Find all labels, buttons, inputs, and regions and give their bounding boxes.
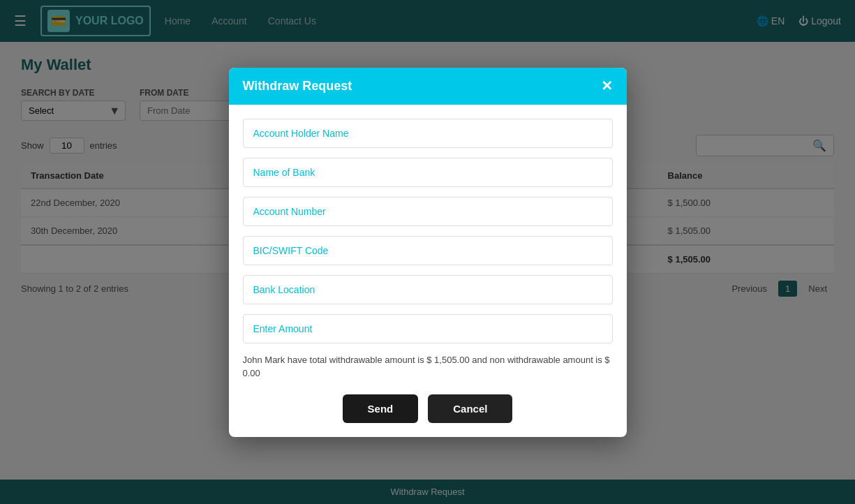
account-holder-name-input[interactable] [243,119,613,148]
enter-amount-input[interactable] [243,314,613,343]
account-number-input[interactable] [243,197,613,226]
cancel-button[interactable]: Cancel [428,394,512,423]
send-button[interactable]: Send [343,394,419,423]
bank-location-input[interactable] [243,275,613,304]
modal-overlay: Withdraw Request ✕ John Mark have [0,0,855,504]
modal-close-button[interactable]: ✕ [601,79,613,93]
bank-name-group [243,158,613,187]
bic-swift-input[interactable] [243,236,613,265]
withdraw-modal: Withdraw Request ✕ John Mark have [229,68,627,437]
bank-location-group [243,275,613,304]
modal-title: Withdraw Request [243,79,352,94]
modal-header: Withdraw Request ✕ [229,68,627,105]
bic-swift-group [243,236,613,265]
enter-amount-group [243,314,613,343]
account-number-group [243,197,613,226]
account-holder-name-group [243,119,613,148]
info-text: John Mark have total withdrawable amount… [243,353,613,380]
modal-body: John Mark have total withdrawable amount… [229,105,627,437]
modal-actions: Send Cancel [243,394,613,423]
bank-name-input[interactable] [243,158,613,187]
